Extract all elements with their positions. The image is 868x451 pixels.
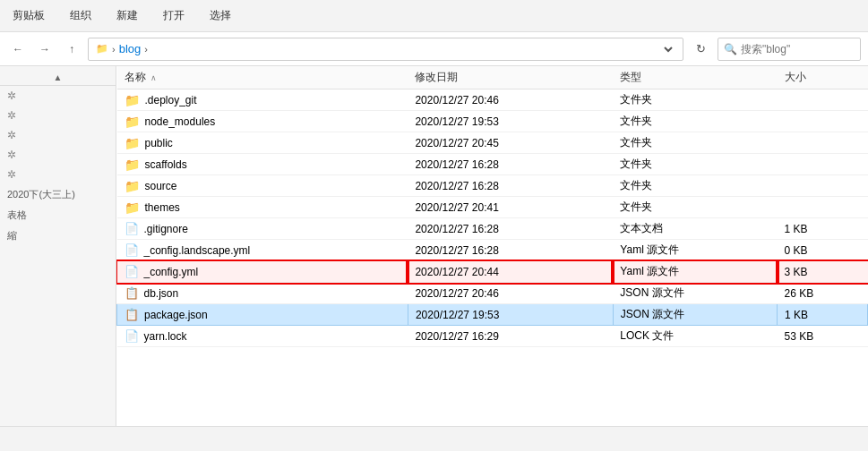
file-size: 1 KB [778,218,868,240]
status-bar [0,426,868,451]
table-row[interactable]: 📋 db.json 2020/12/27 20:46 JSON 源文件 26 K… [117,283,868,304]
file-type: JSON 源文件 [613,304,777,326]
folder-icon: 📁 [125,179,140,193]
breadcrumb-dropdown[interactable] [657,43,675,55]
file-name[interactable]: 📄 yarn.lock [117,326,408,347]
table-row[interactable]: 📁 .deploy_git 2020/12/27 20:46 文件夹 [117,89,868,111]
file-name[interactable]: 📁 public [117,132,408,154]
file-type: JSON 源文件 [613,283,777,304]
sidebar-item-3[interactable]: ✲ [0,125,116,145]
file-name-label: db.json [144,287,179,300]
table-row[interactable]: 📋 package.json 2020/12/27 19:53 JSON 源文件… [117,304,868,326]
folder-icon: 📁 [125,136,140,150]
file-name[interactable]: 📄 _config.landscape.yml [117,240,408,261]
file-name[interactable]: 📄 .gitignore [117,218,408,240]
file-name-label: public [145,137,173,149]
file-name[interactable]: 📄 _config.yml [117,261,408,283]
refresh-button[interactable]: ↻ [689,38,712,61]
back-button[interactable]: ← [7,38,29,60]
file-size [778,197,868,218]
file-name-label: _config.landscape.yml [144,244,251,257]
file-modified: 2020/12/27 16:29 [408,326,613,347]
file-table: 名称 ∧ 修改日期 类型 大小 📁 .deploy_git 2020/12/27… [116,66,868,347]
sidebar-scroll-up[interactable]: ▲ [0,70,116,86]
col-type[interactable]: 类型 [613,66,777,89]
file-type: Yaml 源文件 [613,261,777,283]
file-name-label: .gitignore [144,223,188,235]
file-name[interactable]: 📋 package.json [117,304,408,326]
table-row[interactable]: 📁 public 2020/12/27 20:45 文件夹 [117,132,868,154]
table-row[interactable]: 📄 yarn.lock 2020/12/27 16:29 LOCK 文件 53 … [117,326,868,347]
file-size: 53 KB [778,326,868,347]
table-row[interactable]: 📁 scaffolds 2020/12/27 16:28 文件夹 [117,154,868,175]
file-modified: 2020/12/27 16:28 [408,154,613,175]
file-size: 26 KB [778,283,868,304]
sidebar-item-5[interactable]: ✲ [0,165,116,184]
toolbar-new[interactable]: 新建 [111,4,143,27]
file-type: 文件夹 [613,197,777,218]
file-icon: 📄 [125,329,139,343]
file-size [778,111,868,132]
file-modified: 2020/12/27 19:53 [408,111,613,132]
sidebar-text-1: 2020下(大三上) [0,184,116,205]
folder-icon: 📁 [125,93,140,107]
table-row[interactable]: 📁 source 2020/12/27 16:28 文件夹 [117,175,868,197]
sidebar-pin-2: ✲ [7,109,16,122]
sidebar-item-4[interactable]: ✲ [0,145,116,165]
col-name[interactable]: 名称 ∧ [117,66,408,89]
toolbar-organize[interactable]: 组织 [64,4,97,27]
file-size: 1 KB [778,304,868,326]
toolbar-open[interactable]: 打开 [158,4,190,27]
file-type: Yaml 源文件 [613,240,777,261]
folder-icon: 📁 [96,43,108,55]
file-modified: 2020/12/27 16:28 [408,175,613,197]
yaml-icon: 📄 [125,243,139,257]
file-modified: 2020/12/27 20:41 [408,197,613,218]
table-row[interactable]: 📄 .gitignore 2020/12/27 16:28 文本文档 1 KB [117,218,868,240]
up-button[interactable]: ↑ [61,38,82,60]
file-name[interactable]: 📋 db.json [117,283,408,304]
file-name-label: themes [145,201,180,214]
toolbar-clipboard[interactable]: 剪贴板 [7,4,50,27]
sidebar-pin-3: ✲ [7,129,16,141]
search-input[interactable] [741,43,848,55]
col-modified[interactable]: 修改日期 [408,66,613,89]
file-name-label: node_modules [145,115,216,128]
file-size [778,132,868,154]
sidebar-text-2: 表格 [0,205,116,226]
file-type: 文本文档 [613,218,777,240]
search-icon: 🔍 [724,43,737,55]
forward-button[interactable]: → [34,38,56,60]
file-modified: 2020/12/27 19:53 [408,304,613,326]
address-bar: ← → ↑ 📁 › blog › ↻ 🔍 [0,32,868,66]
breadcrumb-blog[interactable]: blog [119,42,142,55]
file-size: 3 KB [778,261,868,283]
file-size [778,175,868,197]
file-name[interactable]: 📁 node_modules [117,111,408,132]
sidebar: ▲ ✲ ✲ ✲ ✲ ✲ 2020下(大三上) 表格 縮 [0,66,116,426]
col-size[interactable]: 大小 [778,66,868,89]
toolbar-select[interactable]: 选择 [204,4,236,27]
chevron-right-icon-2: › [144,44,148,55]
file-type: 文件夹 [613,89,777,111]
folder-icon: 📁 [125,200,140,215]
file-name-label: scaffolds [145,158,187,171]
sort-arrow-icon: ∧ [150,73,157,82]
file-name[interactable]: 📁 source [117,175,408,197]
file-type: 文件夹 [613,154,777,175]
file-type: 文件夹 [613,132,777,154]
file-name[interactable]: 📁 themes [117,197,408,218]
table-row[interactable]: 📄 _config.yml 2020/12/27 20:44 Yaml 源文件 … [117,261,868,283]
table-row[interactable]: 📁 themes 2020/12/27 20:41 文件夹 [117,197,868,218]
file-modified: 2020/12/27 20:45 [408,132,613,154]
file-name[interactable]: 📁 scaffolds [117,154,408,175]
main-container: ▲ ✲ ✲ ✲ ✲ ✲ 2020下(大三上) 表格 縮 名称 ∧ [0,66,868,426]
table-row[interactable]: 📁 node_modules 2020/12/27 19:53 文件夹 [117,111,868,132]
sidebar-item-1[interactable]: ✲ [0,86,116,106]
breadcrumb-bar[interactable]: 📁 › blog › [88,38,683,61]
table-row[interactable]: 📄 _config.landscape.yml 2020/12/27 16:28… [117,240,868,261]
file-type: 文件夹 [613,175,777,197]
yaml-icon: 📄 [125,265,139,278]
sidebar-item-2[interactable]: ✲ [0,106,116,125]
file-name[interactable]: 📁 .deploy_git [117,89,408,111]
